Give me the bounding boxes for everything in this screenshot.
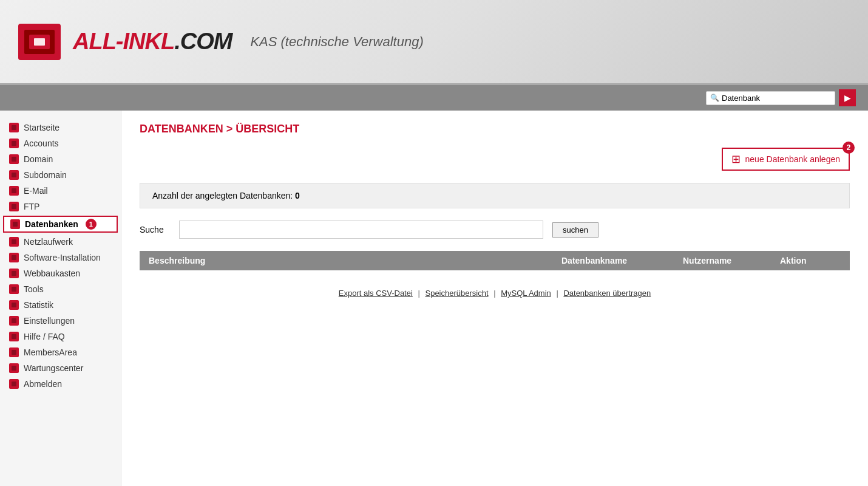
nav-icon <box>9 379 19 389</box>
search-button[interactable]: ▶ <box>839 89 856 106</box>
svg-rect-3 <box>34 38 45 46</box>
footer-link-datenbanken-uebertragen[interactable]: Datenbanken übertragen <box>563 289 651 298</box>
nav-icon <box>9 154 19 164</box>
col-nutzername: Nutzername <box>683 256 780 265</box>
sidebar-item-membersarea[interactable]: MembersArea <box>0 344 121 360</box>
col-datenbankname: Datenbankname <box>561 256 683 265</box>
badge-2: 2 <box>843 142 855 154</box>
footer-link-mysql-admin[interactable]: MySQL Admin <box>501 289 551 298</box>
nav-icon <box>9 363 19 373</box>
add-icon: ⊞ <box>731 152 741 166</box>
header: ALL-INKL.COM KAS (technische Verwaltung) <box>0 0 868 85</box>
logo-icon <box>18 24 61 60</box>
nav-icon <box>9 253 19 262</box>
nav-icon <box>9 316 19 326</box>
sidebar-item-webbaukasten[interactable]: Webbaukasten <box>0 265 121 281</box>
suchen-button[interactable]: suchen <box>552 222 598 238</box>
nav-icon <box>9 284 19 294</box>
db-count-value: 0 <box>295 191 300 200</box>
sidebar-item-statistik[interactable]: Statistik <box>0 297 121 313</box>
nav-icon <box>9 332 19 341</box>
kas-subtitle: KAS (technische Verwaltung) <box>250 34 423 50</box>
col-beschreibung: Beschreibung <box>149 256 561 265</box>
table-header: Beschreibung Datenbankname Nutzername Ak… <box>140 251 850 270</box>
navbar: 🔍 ▶ <box>0 85 868 111</box>
sidebar-item-tools[interactable]: Tools <box>0 281 121 297</box>
footer-link-speicher[interactable]: Speicherübersicht <box>425 289 488 298</box>
search-row: Suche suchen <box>140 221 850 239</box>
sidebar-item-accounts[interactable]: Accounts <box>0 135 121 151</box>
nav-icon <box>9 202 19 211</box>
sidebar: Startseite Accounts Domain Subdomain E-M… <box>0 111 121 486</box>
nav-icon <box>9 347 19 357</box>
nav-icon <box>9 186 19 196</box>
sidebar-item-subdomain[interactable]: Subdomain <box>0 167 121 183</box>
badge-1: 1 <box>86 219 97 230</box>
main-container: Startseite Accounts Domain Subdomain E-M… <box>0 111 868 486</box>
new-db-button[interactable]: ⊞ neue Datenbank anlegen 2 <box>722 148 850 171</box>
logo-area: ALL-INKL.COM KAS (technische Verwaltung) <box>18 24 424 60</box>
search-input-wrapper: 🔍 <box>706 91 835 105</box>
new-db-label: neue Datenbank anlegen <box>745 154 840 164</box>
page-title: DATENBANKEN > ÜBERSICHT <box>140 123 850 135</box>
sidebar-item-domain[interactable]: Domain <box>0 151 121 167</box>
footer-separator-2: | <box>493 289 498 298</box>
footer-separator-1: | <box>418 289 422 298</box>
nav-icon <box>9 170 19 180</box>
footer-link-export-csv[interactable]: Export als CSV-Datei <box>339 289 413 298</box>
logo-text-container: ALL-INKL.COM <box>73 29 232 55</box>
sidebar-item-wartungscenter[interactable]: Wartungscenter <box>0 360 121 376</box>
nav-icon <box>9 123 19 132</box>
sidebar-item-datenbanken[interactable]: Datenbanken 1 <box>3 216 118 233</box>
logo-text: ALL-INKL.COM <box>73 29 232 55</box>
content-area: DATENBANKEN > ÜBERSICHT ⊞ neue Datenbank… <box>121 111 868 486</box>
search-input[interactable] <box>722 94 831 103</box>
nav-icon <box>10 219 20 229</box>
new-db-container: ⊞ neue Datenbank anlegen 2 <box>140 148 850 171</box>
db-count-text: Anzahl der angelegten Datenbanken: <box>152 191 293 200</box>
sidebar-item-hilfe-faq[interactable]: Hilfe / FAQ <box>0 329 121 344</box>
search-container: 🔍 ▶ <box>706 89 856 106</box>
sidebar-item-startseite[interactable]: Startseite <box>0 120 121 135</box>
sidebar-item-email[interactable]: E-Mail <box>0 183 121 199</box>
search-label: Suche <box>140 225 170 234</box>
db-count-box: Anzahl der angelegten Datenbanken: 0 <box>140 183 850 208</box>
nav-icon <box>9 237 19 247</box>
nav-icon <box>9 139 19 148</box>
sidebar-item-software-installation[interactable]: Software-Installation <box>0 250 121 265</box>
footer-separator-3: | <box>556 289 560 298</box>
col-aktion: Aktion <box>780 256 841 265</box>
nav-icon <box>9 269 19 278</box>
sidebar-item-netzlaufwerk[interactable]: Netzlaufwerk <box>0 234 121 250</box>
main-search-input[interactable] <box>179 221 543 239</box>
sidebar-item-abmelden[interactable]: Abmelden <box>0 376 121 392</box>
sidebar-item-einstellungen[interactable]: Einstellungen <box>0 313 121 329</box>
nav-icon <box>9 300 19 310</box>
sidebar-item-ftp[interactable]: FTP <box>0 199 121 214</box>
search-icon: 🔍 <box>710 94 719 102</box>
footer-links: Export als CSV-Datei | Speicherübersicht… <box>140 289 850 298</box>
